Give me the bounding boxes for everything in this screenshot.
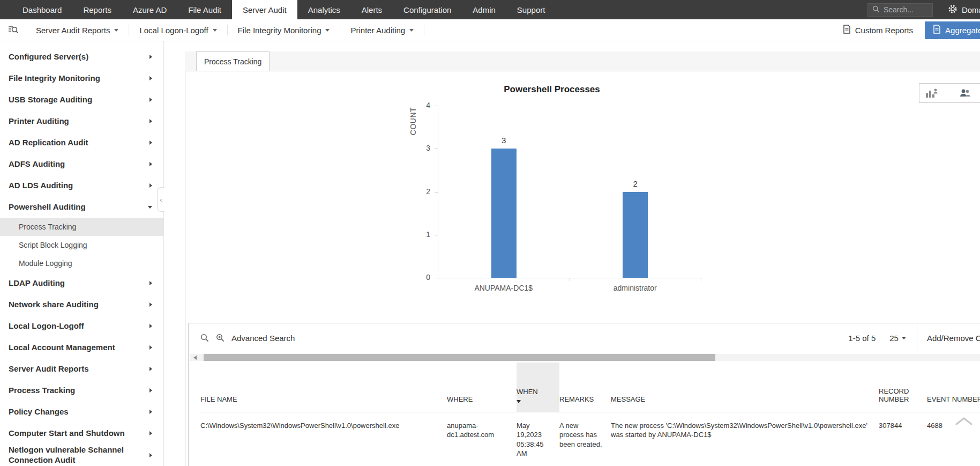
x-tick-mark [701, 278, 701, 281]
column-header-when[interactable]: WHEN [517, 363, 559, 412]
table-body: C:\Windows\System32\WindowsPowerShell\v1… [200, 412, 980, 466]
table-header: FILE NAMEWHEREWHENREMARKSMESSAGERECORD N… [200, 363, 980, 412]
chevron-right-icon [149, 55, 152, 59]
sidebar-menu: Configured Server(s)File Integrity Monit… [0, 46, 163, 466]
sidebar-item-label: Local Account Management [9, 343, 149, 353]
chevron-right-icon [149, 410, 152, 414]
sidebar-item-process-tracking[interactable]: Process Tracking [0, 380, 163, 401]
sidebar-item-label: LDAP Auditing [9, 278, 149, 289]
x-tick-mark [438, 278, 438, 281]
nav-item-admin[interactable]: Admin [462, 0, 506, 19]
cell-remarks: A new process has been created. [559, 412, 611, 466]
sidebar-item-ldap-auditing[interactable]: LDAP Auditing [0, 272, 163, 294]
column-header-where[interactable]: WHERE [447, 363, 517, 412]
nav-item-dashboard[interactable]: Dashboard [12, 0, 72, 19]
sidebar-item-configured-server-s[interactable]: Configured Server(s) [0, 46, 163, 68]
scroll-left-icon[interactable] [193, 356, 197, 360]
add-remove-columns-button[interactable]: Add/Remove Columns [917, 323, 980, 352]
filter-dropdown-local-logon-logoff[interactable]: Local Logon-Logoff [129, 26, 227, 35]
column-header-file-name[interactable]: FILE NAME [200, 363, 447, 412]
sidebar-item-computer-start-and-shutdown[interactable]: Computer Start and Shutdown [0, 423, 163, 444]
domain-settings-button[interactable]: Domain Settings [948, 4, 980, 16]
sidebar-subitem-module-logging[interactable]: Module Logging [0, 254, 163, 272]
custom-reports-label: Custom Reports [855, 26, 913, 35]
nav-item-file-audit[interactable]: File Audit [177, 0, 232, 19]
secondary-nav-right: Custom Reports Aggregate Reports [843, 19, 980, 41]
sidebar-item-policy-changes[interactable]: Policy Changes [0, 401, 163, 423]
bar-administrator[interactable] [623, 192, 648, 278]
sidebar-subitem-script-block-logging[interactable]: Script Block Logging [0, 236, 163, 254]
page-size-dropdown[interactable]: 25 [889, 334, 906, 343]
sidebar-collapse-handle[interactable]: ‹ [157, 187, 164, 212]
quick-search-icon[interactable] [200, 334, 209, 342]
scroll-to-top-button[interactable] [955, 416, 973, 428]
sidebar-item-ad-lds-auditing[interactable]: AD LDS Auditing [0, 175, 163, 196]
y-axis [438, 106, 438, 278]
y-tick-label: 3 [409, 144, 430, 152]
nav-item-azure-ad[interactable]: Azure AD [122, 0, 177, 19]
global-search-input[interactable]: Search... [867, 3, 933, 17]
sidebar-item-ad-replication-audit[interactable]: AD Replication Audit [0, 132, 163, 153]
top-nav-right: Search... Domain Settings [867, 0, 980, 19]
sidebar-item-local-account-management[interactable]: Local Account Management [0, 337, 163, 358]
nav-item-reports[interactable]: Reports [72, 0, 122, 19]
nav-item-support[interactable]: Support [506, 0, 556, 19]
chevron-right-icon [149, 324, 152, 328]
report-search-button[interactable] [0, 25, 26, 35]
chevron-right-icon [149, 76, 152, 80]
chevron-down-icon [409, 29, 414, 32]
column-header-event-number[interactable]: EVENT NUMBER [927, 363, 980, 412]
tab-process-tracking[interactable]: Process Tracking [196, 51, 270, 71]
sidebar-item-label: AD Replication Audit [9, 138, 149, 148]
sidebar-item-label: File Integrity Monitoring [9, 73, 149, 84]
advanced-search-icon[interactable] [216, 334, 225, 342]
x-axis-category-label: administrator [592, 284, 678, 292]
advanced-search-label[interactable]: Advanced Search [231, 334, 295, 343]
users-report-icon[interactable] [959, 88, 971, 99]
sidebar-item-label: Powershell Auditing [9, 202, 148, 212]
sidebar-item-label: AD LDS Auditing [9, 181, 149, 191]
sidebar-subitem-process-tracking[interactable]: Process Tracking [0, 218, 163, 236]
chart-toolbar [919, 83, 980, 103]
divider [424, 25, 424, 35]
chevron-down-icon [114, 29, 118, 32]
filter-dropdown-file-integrity-monitoring[interactable]: File Integrity Monitoring [228, 26, 340, 35]
sidebar-item-usb-storage-auditing[interactable]: USB Storage Auditing [0, 89, 163, 110]
sidebar-item-label: USB Storage Auditing [9, 95, 149, 105]
aggregate-reports-button[interactable]: Aggregate Reports [925, 21, 980, 39]
sidebar-item-server-audit-reports[interactable]: Server Audit Reports [0, 358, 163, 380]
y-tick-mark [435, 106, 438, 106]
chevron-right-icon [149, 453, 152, 457]
nav-item-configuration[interactable]: Configuration [393, 0, 462, 19]
sidebar-item-netlogon-vulnerable-schannel-connection-audit[interactable]: Netlogon vulnerable Schannel Connection … [0, 444, 163, 466]
nav-item-analytics[interactable]: Analytics [297, 0, 351, 19]
sidebar-item-local-logon-logoff[interactable]: Local Logon-Logoff [0, 315, 163, 337]
sidebar-item-adfs-auditing[interactable]: ADFS Auditing [0, 153, 163, 175]
dropdown-label: Server Audit Reports [36, 26, 110, 35]
sidebar-item-file-integrity-monitoring[interactable]: File Integrity Monitoring [0, 68, 163, 89]
bar-anupama-dc1[interactable] [491, 149, 517, 278]
dropdown-label: Printer Auditing [350, 26, 405, 35]
sidebar-item-label: Netlogon vulnerable Schannel Connection … [9, 445, 149, 465]
nav-item-server-audit[interactable]: Server Audit [232, 0, 297, 19]
chevron-right-icon [149, 140, 152, 145]
filter-dropdown-printer-auditing[interactable]: Printer Auditing [340, 26, 424, 35]
column-header-remarks[interactable]: REMARKS [559, 363, 611, 412]
sidebar-item-printer-auditing[interactable]: Printer Auditing [0, 110, 163, 132]
scrollbar-thumb[interactable] [204, 354, 715, 361]
y-tick-label: 1 [409, 230, 430, 239]
column-header-record-number[interactable]: RECORD NUMBER [879, 363, 927, 412]
table-row[interactable]: C:\Windows\System32\WindowsPowerShell\v1… [200, 412, 980, 466]
custom-reports-button[interactable]: Custom Reports [843, 25, 913, 35]
column-header-message[interactable]: MESSAGE [611, 363, 879, 412]
filter-dropdown-server-audit-reports[interactable]: Server Audit Reports [26, 26, 129, 35]
add-remove-columns-label: Add/Remove Columns [927, 334, 980, 343]
sidebar-item-powershell-auditing[interactable]: Powershell Auditing [0, 196, 163, 218]
nav-item-alerts[interactable]: Alerts [351, 0, 393, 19]
chevron-up-icon [955, 418, 973, 427]
user-chart-report-icon[interactable] [925, 87, 938, 99]
y-tick-mark [435, 235, 438, 235]
sidebar-item-network-share-auditing[interactable]: Network share Auditing [0, 294, 163, 315]
sort-desc-icon[interactable] [517, 400, 521, 403]
y-tick-mark [435, 192, 438, 193]
